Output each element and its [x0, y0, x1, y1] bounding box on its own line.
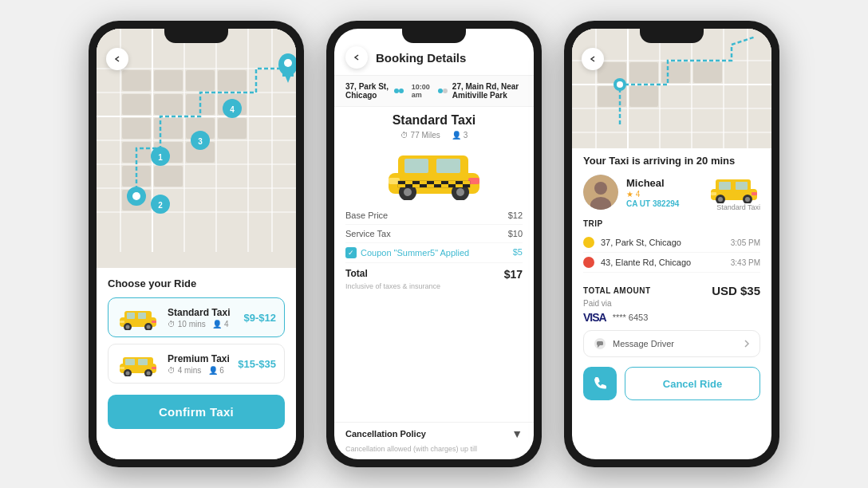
premium-taxi-name: Premium Taxi: [168, 353, 238, 364]
confirm-taxi-button[interactable]: Confirm Taxi: [108, 395, 285, 429]
notch-3: [640, 29, 704, 43]
driver-car-label: Standard Taxi: [716, 203, 760, 211]
total-section-label: TOTAL AMOUNT: [583, 286, 651, 295]
svg-rect-26: [122, 142, 151, 163]
svg-rect-78: [405, 181, 412, 184]
svg-text:4: 4: [230, 105, 235, 114]
route-to: 27, Main Rd, Near Amitiville Park: [452, 82, 523, 100]
svg-rect-58: [125, 359, 135, 365]
service-tax-label: Service Tax: [345, 229, 391, 238]
total-section: TOTAL AMOUNT USD $35: [583, 279, 760, 299]
svg-rect-15: [154, 70, 183, 91]
svg-rect-30: [154, 166, 183, 187]
svg-point-45: [284, 59, 292, 67]
svg-point-124: [718, 197, 723, 202]
svg-point-73: [456, 188, 464, 196]
svg-point-53: [147, 325, 151, 329]
total-usd: USD $35: [712, 284, 760, 297]
service-tax-row: Service Tax $10: [345, 225, 523, 243]
phone-1: 1 2 3 4: [89, 21, 304, 467]
svg-text:1: 1: [158, 153, 163, 162]
choose-ride-section: Choose your Ride: [97, 268, 296, 459]
svg-rect-64: [120, 367, 124, 369]
svg-rect-111: [693, 62, 722, 83]
route-dots2: [438, 89, 448, 93]
total-note: Inclusive of taxes & insurance: [345, 282, 523, 293]
svg-rect-54: [120, 321, 124, 323]
svg-rect-17: [218, 70, 247, 91]
svg-rect-88: [405, 184, 412, 187]
coupon-row: ✓ Coupon "Summer5" Applied $5: [345, 243, 523, 263]
svg-rect-82: [434, 181, 441, 184]
premium-taxi-price: $15-$35: [238, 358, 276, 370]
phone2-back-btn[interactable]: [345, 46, 368, 69]
svg-point-117: [594, 182, 607, 195]
trip-stop-1: 37, Park St, Chicago 3:05 PM: [583, 233, 760, 253]
base-price-label: Base Price: [345, 211, 388, 220]
svg-rect-81: [427, 181, 434, 184]
phone-icon: [593, 376, 607, 391]
visa-row: VISA **** 6453: [583, 311, 760, 324]
premium-taxi-car: [116, 351, 160, 376]
standard-taxi-car: [116, 305, 160, 330]
phone-3: Your Taxi is arriving in 20 mins Micheal: [564, 21, 779, 467]
svg-point-115: [617, 81, 623, 88]
taxi-display: Standard Taxi ⏱ 77 Miles 👤 3: [334, 107, 534, 203]
svg-rect-110: [661, 62, 690, 83]
phone3-back-btn[interactable]: [582, 48, 604, 70]
svg-rect-55: [152, 321, 156, 323]
cancel-ride-btn[interactable]: Cancel Ride: [625, 367, 760, 400]
trip-stop-2: 43, Elante Rd, Chicago 3:43 PM: [583, 253, 760, 273]
svg-rect-86: [463, 181, 470, 184]
trip-stop-1-name: 37, Park St, Chicago: [601, 238, 731, 247]
svg-rect-18: [122, 94, 151, 115]
trip-stop-1-time: 3:05 PM: [731, 238, 760, 247]
message-driver-btn[interactable]: Message Driver: [583, 330, 760, 357]
coupon-check: ✓ Coupon "Summer5" Applied: [345, 247, 469, 258]
svg-point-126: [745, 197, 750, 202]
svg-point-61: [126, 372, 130, 376]
driver-name: Micheal: [626, 177, 700, 189]
trip-stop-2-name: 43, Elante Rd, Chicago: [601, 258, 731, 267]
svg-rect-14: [122, 70, 151, 91]
arriving-title: Your Taxi is arriving in 20 mins: [583, 155, 760, 167]
phone-call-btn[interactable]: [583, 367, 617, 400]
svg-rect-22: [122, 118, 151, 139]
message-driver-label: Message Driver: [613, 339, 674, 348]
card-number: **** 6453: [613, 313, 649, 322]
coupon-checkbox: ✓: [345, 247, 357, 258]
route-bar: 37, Park St, Chicago 10:00 am 27, Main R…: [334, 76, 534, 107]
svg-rect-122: [736, 182, 748, 190]
svg-rect-84: [448, 181, 456, 184]
svg-rect-69: [436, 159, 460, 173]
premium-taxi-option[interactable]: Premium Taxi ⏱ 4 mins 👤 6 $15-$35: [108, 344, 285, 384]
svg-rect-89: [412, 184, 420, 187]
svg-rect-128: [752, 192, 757, 195]
svg-rect-130: [597, 341, 603, 345]
route-dot-start: [394, 89, 399, 93]
driver-avatar: [583, 175, 618, 210]
cancellation-text: Cancellation allowed (with charges) up t…: [334, 445, 534, 459]
premium-taxi-info: Premium Taxi ⏱ 4 mins 👤 6: [168, 353, 238, 375]
notch-1: [164, 29, 228, 43]
arriving-content: Your Taxi is arriving in 20 mins Micheal: [572, 148, 771, 459]
svg-rect-79: [412, 181, 420, 184]
standard-taxi-option[interactable]: Standard Taxi ⏱ 10 mins 👤 4 $9-$12: [108, 297, 285, 337]
driver-card: Micheal ★ 4 CA UT 382294: [583, 173, 760, 211]
trip-stop-2-time: 3:43 PM: [731, 258, 760, 267]
svg-rect-85: [456, 181, 463, 184]
trip-icon-1: [583, 237, 594, 248]
svg-rect-121: [719, 182, 731, 190]
svg-rect-25: [218, 118, 247, 139]
chat-icon: [594, 337, 606, 350]
msg-left: Message Driver: [594, 337, 674, 350]
svg-rect-91: [427, 184, 434, 187]
cancellation-row[interactable]: Cancellation Policy ▼: [334, 422, 534, 445]
standard-taxi-meta: ⏱ 10 mins 👤 4: [168, 320, 244, 329]
phone1-back-btn[interactable]: [106, 48, 128, 70]
svg-rect-65: [152, 367, 156, 369]
chevron-right-icon: [744, 339, 750, 348]
svg-text:2: 2: [158, 201, 163, 210]
premium-taxi-meta: ⏱ 4 mins 👤 6: [168, 366, 238, 375]
svg-rect-127: [711, 192, 716, 195]
